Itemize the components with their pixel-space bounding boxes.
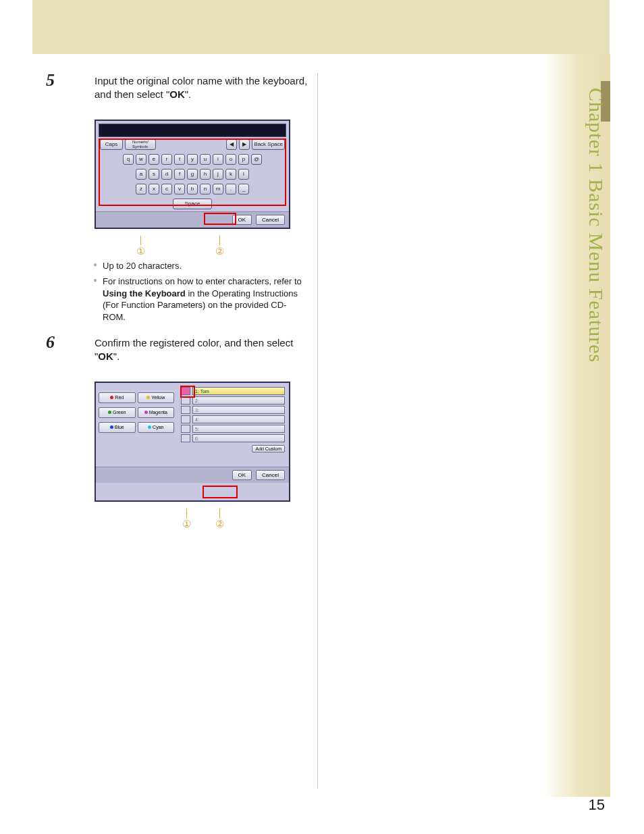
kb-key-k[interactable]: k bbox=[225, 169, 236, 180]
kb-callouts: ① ② bbox=[95, 236, 290, 260]
color-panel-figure: RedYellowGreenMagentaBlueCyan 1: Tom2:3:… bbox=[95, 382, 316, 502]
step-number: 5 bbox=[46, 70, 55, 90]
kb-key-o[interactable]: o bbox=[225, 154, 236, 165]
keyboard-screenshot: Caps Numeric/ Symbols ◀ ▶ Back Space qwe… bbox=[95, 120, 290, 229]
kb-key-v[interactable]: v bbox=[174, 184, 185, 194]
kb-key-r[interactable]: r bbox=[161, 154, 172, 165]
step-text: Confirm the registered color, and then s… bbox=[95, 336, 316, 364]
kb-backspace[interactable]: Back Space bbox=[252, 139, 285, 150]
kb-key-@[interactable]: @ bbox=[251, 154, 262, 165]
page-number: 15 bbox=[589, 796, 605, 814]
kb-key-q[interactable]: q bbox=[123, 154, 134, 165]
kb-key-b[interactable]: b bbox=[187, 184, 198, 194]
kb-row-3: zxcvbnm._ bbox=[96, 182, 289, 197]
cp-color-label: Green bbox=[113, 410, 126, 415]
kb-key-n[interactable]: n bbox=[200, 184, 211, 194]
cp-slot-label: 5: bbox=[192, 425, 285, 433]
kb-key-i[interactable]: i bbox=[213, 154, 223, 165]
cp-slot-3[interactable]: 3: bbox=[181, 406, 285, 414]
cp-color-green[interactable]: Green bbox=[99, 407, 136, 418]
kb-key-.[interactable]: . bbox=[225, 184, 236, 194]
kb-key-f[interactable]: f bbox=[174, 169, 185, 180]
color-dot-icon bbox=[110, 396, 113, 399]
cp-slot-2[interactable]: 2: bbox=[181, 396, 285, 405]
cp-ok-button[interactable]: OK bbox=[232, 470, 252, 480]
color-dot-icon bbox=[148, 425, 151, 429]
cp-color-label: Cyan bbox=[153, 425, 163, 429]
kb-key-c[interactable]: c bbox=[161, 184, 172, 194]
kb-cancel-button[interactable]: Cancel bbox=[256, 215, 285, 225]
color-dot-icon bbox=[146, 396, 150, 399]
cp-swatch bbox=[181, 434, 190, 442]
callout-1: ① bbox=[182, 518, 191, 530]
cp-swatch bbox=[181, 425, 190, 433]
kb-key-w[interactable]: w bbox=[136, 154, 146, 165]
callout-1: ① bbox=[136, 245, 145, 257]
kb-bottom-bar: OK Cancel bbox=[96, 211, 289, 228]
cp-color-label: Yellow bbox=[151, 395, 165, 400]
step-text: Input the original color name with the k… bbox=[95, 74, 316, 102]
cp-callouts: ① ② bbox=[95, 509, 290, 533]
kb-right-arrow-icon[interactable]: ▶ bbox=[239, 139, 250, 150]
keyboard-figure: Caps Numeric/ Symbols ◀ ▶ Back Space qwe… bbox=[95, 120, 316, 229]
kb-key-_[interactable]: _ bbox=[238, 184, 249, 194]
color-dot-icon bbox=[110, 425, 113, 429]
kb-key-h[interactable]: h bbox=[200, 169, 211, 180]
cp-color-blue[interactable]: Blue bbox=[99, 422, 136, 433]
kb-key-u[interactable]: u bbox=[200, 154, 211, 165]
kb-space-row: Space bbox=[96, 197, 289, 211]
cp-color-label: Red bbox=[115, 395, 124, 400]
kb-key-y[interactable]: y bbox=[187, 154, 198, 165]
cp-swatch bbox=[181, 406, 190, 414]
kb-key-g[interactable]: g bbox=[187, 169, 198, 180]
cp-color-yellow[interactable]: Yellow bbox=[138, 392, 175, 403]
cp-cancel-button[interactable]: Cancel bbox=[256, 470, 285, 480]
step6-pre: Confirm the registered color, and then s… bbox=[95, 337, 293, 362]
cp-slot-6[interactable]: 6: bbox=[181, 434, 285, 442]
kb-left-arrow-icon[interactable]: ◀ bbox=[226, 139, 237, 150]
cp-add-custom-button[interactable]: Add Custom bbox=[252, 445, 285, 452]
cp-bottom-bar: OK Cancel bbox=[96, 467, 289, 483]
kb-toolbar: Caps Numeric/ Symbols ◀ ▶ Back Space bbox=[96, 137, 289, 152]
kb-space[interactable]: Space bbox=[173, 199, 212, 209]
kb-key-t[interactable]: t bbox=[174, 154, 185, 165]
cp-swatch bbox=[181, 387, 190, 395]
step5-post: ". bbox=[185, 88, 192, 100]
cp-color-magenta[interactable]: Magenta bbox=[138, 407, 175, 418]
kb-caps[interactable]: Caps bbox=[100, 139, 123, 150]
cp-slot-4[interactable]: 4: bbox=[181, 415, 285, 423]
kb-key-l[interactable]: l bbox=[238, 169, 249, 180]
kb-key-j[interactable]: j bbox=[213, 169, 223, 180]
kb-key-m[interactable]: m bbox=[213, 184, 223, 194]
color-dot-icon bbox=[144, 411, 148, 414]
kb-ok-button[interactable]: OK bbox=[232, 215, 252, 225]
kb-key-x[interactable]: x bbox=[149, 184, 159, 194]
callout-tick bbox=[219, 236, 220, 245]
kb-key-a[interactable]: a bbox=[136, 169, 146, 180]
step-5: 5 Input the original color name with the… bbox=[66, 74, 316, 102]
kb-numeric[interactable]: Numeric/ Symbols bbox=[125, 139, 156, 150]
callout-2: ② bbox=[215, 518, 224, 530]
kb-key-s[interactable]: s bbox=[149, 169, 159, 180]
step5-bold: OK bbox=[169, 88, 185, 100]
color-dot-icon bbox=[108, 411, 111, 414]
cp-slot-label: 1: Tom bbox=[192, 387, 285, 395]
kb-key-p[interactable]: p bbox=[238, 154, 249, 165]
cp-slot-1[interactable]: 1: Tom bbox=[181, 387, 285, 395]
bullet-2-bold: Using the Keyboard bbox=[103, 288, 186, 298]
kb-key-d[interactable]: d bbox=[161, 169, 172, 180]
kb-key-z[interactable]: z bbox=[136, 184, 146, 194]
cp-slot-5[interactable]: 5: bbox=[181, 425, 285, 433]
highlight-box-2 bbox=[203, 486, 238, 498]
cp-swatch bbox=[181, 396, 190, 405]
kb-key-e[interactable]: e bbox=[149, 154, 159, 165]
cp-slot-label: 3: bbox=[192, 406, 285, 414]
step6-bold: OK bbox=[98, 350, 113, 362]
cp-color-label: Magenta bbox=[149, 410, 167, 415]
color-panel-screenshot: RedYellowGreenMagentaBlueCyan 1: Tom2:3:… bbox=[95, 382, 290, 502]
step-number: 6 bbox=[46, 332, 55, 353]
top-band bbox=[32, 0, 610, 54]
cp-color-cyan[interactable]: Cyan bbox=[138, 422, 175, 433]
cp-color-red[interactable]: Red bbox=[99, 392, 136, 403]
cp-color-label: Blue bbox=[115, 425, 124, 429]
